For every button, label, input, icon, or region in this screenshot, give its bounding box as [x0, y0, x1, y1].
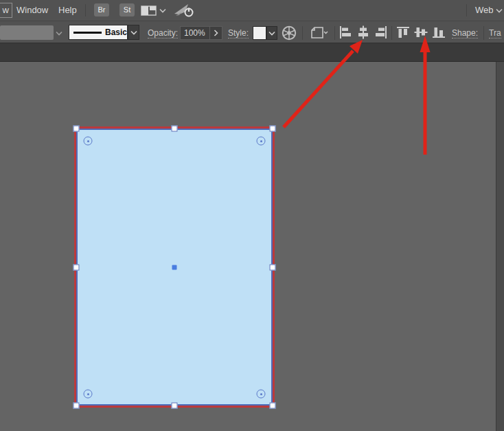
handle-top-center[interactable] [172, 126, 178, 132]
workspace-chevron-button[interactable] [159, 8, 167, 13]
style-chevron-button[interactable] [266, 26, 277, 40]
brush-definition-chevron-button[interactable] [128, 25, 139, 40]
handle-bottom-left[interactable] [73, 403, 80, 409]
handle-bottom-right[interactable] [270, 403, 276, 409]
corner-widget-bottom-right[interactable] [257, 390, 266, 399]
workspace-layout-icon [141, 5, 157, 16]
style-label[interactable]: Style: [228, 28, 249, 38]
align-vertical-bottom-button[interactable] [431, 25, 446, 39]
transform-label-clipped[interactable]: Tra [489, 28, 501, 38]
recolor-artwork-button[interactable] [281, 25, 297, 41]
chevron-down-icon [130, 30, 137, 35]
opacity-label[interactable]: Opacity: [148, 28, 178, 38]
align-vertical-top-icon [396, 25, 411, 39]
workspace-layout-button[interactable] [141, 5, 157, 16]
corner-widget-top-right[interactable] [257, 137, 266, 146]
shape-label[interactable]: Shape: [452, 28, 478, 38]
right-panel-edge [496, 62, 504, 431]
width-profile-chevron[interactable] [55, 30, 63, 36]
menu-item-window[interactable]: Window [16, 0, 48, 21]
menubar-separator [85, 4, 86, 16]
document-header-strip [0, 43, 504, 62]
align-horizontal-center-icon [356, 25, 371, 39]
controlbar-separator [483, 26, 484, 40]
opacity-value[interactable]: 100% [181, 28, 209, 38]
style-swatch[interactable] [253, 26, 266, 40]
controlbar-separator [302, 26, 303, 40]
control-bar: Basic Opacity: 100% Style: [0, 21, 504, 43]
chevron-down-icon [159, 8, 166, 13]
align-vertical-top-button[interactable] [396, 25, 411, 39]
handle-middle-left[interactable] [73, 264, 80, 270]
align-horizontal-left-icon [338, 25, 353, 39]
brush-definition-dropdown[interactable]: Basic [69, 25, 128, 40]
corner-widget-top-left[interactable] [84, 137, 93, 146]
menu-item-help[interactable]: Help [58, 0, 77, 21]
handle-bottom-center[interactable] [172, 403, 178, 409]
corner-widget-bottom-left[interactable] [84, 390, 93, 399]
object-center-point[interactable] [172, 265, 177, 269]
align-horizontal-left-button[interactable] [338, 25, 353, 39]
align-horizontal-center-button[interactable] [356, 25, 371, 39]
bridge-button[interactable]: Br [94, 3, 109, 16]
selected-rectangle[interactable] [74, 126, 275, 408]
page-with-chevron-icon [309, 25, 328, 41]
workspace-switcher-chevron[interactable] [495, 8, 503, 13]
align-vertical-center-icon [413, 25, 428, 39]
opacity-stepper-button[interactable] [209, 27, 222, 39]
width-profile-dropdown[interactable] [0, 25, 54, 40]
workspace-switcher[interactable]: Web [475, 0, 494, 21]
controlbar-separator [391, 26, 392, 40]
chevron-down-icon [268, 31, 275, 36]
chevron-down-icon [56, 31, 62, 36]
align-horizontal-right-button[interactable] [374, 25, 389, 39]
color-wheel-icon [282, 25, 297, 41]
menu-bar: w Window Help Br St Web [0, 0, 504, 21]
align-horizontal-right-icon [374, 25, 389, 39]
rocket-with-power-icon [173, 3, 195, 18]
menu-item-view-clipped[interactable]: w [0, 3, 12, 18]
brush-stroke-preview [73, 32, 102, 34]
align-vertical-center-button[interactable] [413, 25, 428, 39]
opacity-field[interactable]: 100% [180, 26, 222, 40]
brush-definition-value: Basic [105, 27, 127, 37]
chevron-right-icon [214, 30, 218, 36]
align-vertical-bottom-icon [431, 25, 446, 39]
stock-button[interactable]: St [119, 3, 135, 16]
controlbar-separator [334, 26, 335, 40]
menubar-separator [466, 4, 467, 16]
arrange-document-button[interactable] [308, 25, 329, 41]
chevron-down-icon [496, 8, 503, 13]
handle-top-left[interactable] [73, 126, 80, 132]
handle-top-right[interactable] [270, 126, 276, 132]
gpu-performance-button[interactable] [173, 3, 195, 18]
handle-middle-right[interactable] [270, 264, 276, 270]
